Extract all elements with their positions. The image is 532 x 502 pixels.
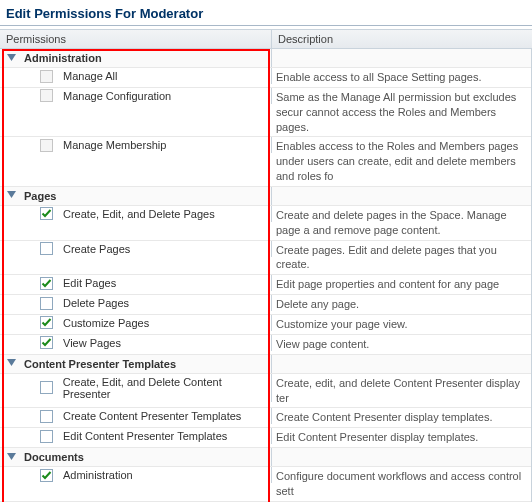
checkbox-manage-membership <box>40 139 53 152</box>
category-desc <box>272 49 531 53</box>
permission-label: Edit Content Presenter Templates <box>59 428 231 444</box>
permission-label: Manage Membership <box>59 137 170 153</box>
checkbox-create-edit-and-delete-content-presenter[interactable] <box>40 381 53 394</box>
permission-label: Create, Edit, and Delete Pages <box>59 206 219 222</box>
permission-desc: Create Content Presenter display templat… <box>272 408 531 427</box>
permission-label: Create Pages <box>59 241 134 257</box>
expand-toggle-icon[interactable] <box>4 189 18 203</box>
category-row-administration: Administration <box>0 49 531 68</box>
checkbox-view-pages[interactable] <box>40 336 53 349</box>
permission-label: Manage All <box>59 68 121 84</box>
permission-row-customize-pages: Customize PagesCustomize your page view. <box>0 315 531 335</box>
header-description: Description <box>272 30 532 48</box>
permission-label: Manage Configuration <box>59 88 175 104</box>
svg-marker-0 <box>7 54 16 61</box>
permission-label: Customize Pages <box>59 315 153 331</box>
category-row-documents: Documents <box>0 448 531 467</box>
svg-marker-2 <box>7 359 16 366</box>
permission-row-manage-all: Manage AllEnable access to all Space Set… <box>0 68 531 88</box>
checkbox-manage-all <box>40 70 53 83</box>
checkbox-customize-pages[interactable] <box>40 316 53 329</box>
svg-marker-3 <box>7 453 16 460</box>
permission-row-view-pages: View PagesView page content. <box>0 335 531 355</box>
permission-desc: Create, edit, and delete Content Present… <box>272 374 531 408</box>
category-desc <box>272 187 531 191</box>
permission-desc: Create pages. Edit and delete pages that… <box>272 241 531 275</box>
permission-label: Edit Pages <box>59 275 120 291</box>
permission-row-manage-membership: Manage MembershipEnables access to the R… <box>0 137 531 187</box>
category-label: Pages <box>20 188 60 204</box>
divider <box>0 25 532 26</box>
permission-row-manage-configuration: Manage ConfigurationSame as the Manage A… <box>0 88 531 138</box>
permission-desc: Configure document workflows and access … <box>272 467 531 501</box>
permission-desc: Enable access to all Space Setting pages… <box>272 68 531 87</box>
permission-label: Create Content Presenter Templates <box>59 408 245 424</box>
permission-row-administration: AdministrationConfigure document workflo… <box>0 467 531 502</box>
category-row-content-presenter-templates: Content Presenter Templates <box>0 355 531 374</box>
category-desc <box>272 448 531 452</box>
expand-toggle-icon[interactable] <box>4 450 18 464</box>
checkbox-edit-content-presenter-templates[interactable] <box>40 430 53 443</box>
table-header: Permissions Description <box>0 29 532 49</box>
checkbox-create-pages[interactable] <box>40 242 53 255</box>
permission-row-create-edit-and-delete-pages: Create, Edit, and Delete PagesCreate and… <box>0 206 531 241</box>
expand-toggle-icon[interactable] <box>4 357 18 371</box>
checkbox-manage-configuration <box>40 89 53 102</box>
permission-row-delete-pages: Delete PagesDelete any page. <box>0 295 531 315</box>
permission-row-edit-content-presenter-templates: Edit Content Presenter TemplatesEdit Con… <box>0 428 531 448</box>
permission-label: View Pages <box>59 335 125 351</box>
checkbox-create-content-presenter-templates[interactable] <box>40 410 53 423</box>
permission-desc: Create and delete pages in the Space. Ma… <box>272 206 531 240</box>
page-title: Edit Permissions For Moderator <box>0 0 532 23</box>
checkbox-delete-pages[interactable] <box>40 297 53 310</box>
header-permissions: Permissions <box>0 30 272 48</box>
permission-label: Delete Pages <box>59 295 133 311</box>
permission-label: Administration <box>59 467 137 483</box>
permission-desc: Edit Content Presenter display templates… <box>272 428 531 447</box>
permission-desc: Delete any page. <box>272 295 531 314</box>
category-label: Content Presenter Templates <box>20 356 180 372</box>
checkbox-administration[interactable] <box>40 469 53 482</box>
expand-toggle-icon[interactable] <box>4 51 18 65</box>
permission-label: Create, Edit, and Delete Content Present… <box>59 374 271 402</box>
permission-desc: Customize your page view. <box>272 315 531 334</box>
category-desc <box>272 355 531 359</box>
permission-row-create-content-presenter-templates: Create Content Presenter TemplatesCreate… <box>0 408 531 428</box>
svg-marker-1 <box>7 191 16 198</box>
category-row-pages: Pages <box>0 187 531 206</box>
permission-desc: View page content. <box>272 335 531 354</box>
permission-row-create-edit-and-delete-content-presenter: Create, Edit, and Delete Content Present… <box>0 374 531 409</box>
permission-row-create-pages: Create PagesCreate pages. Edit and delet… <box>0 241 531 276</box>
checkbox-edit-pages[interactable] <box>40 277 53 290</box>
checkbox-create-edit-and-delete-pages[interactable] <box>40 207 53 220</box>
permission-desc: Same as the Manage All permission but ex… <box>272 88 531 137</box>
permission-desc: Enables access to the Roles and Members … <box>272 137 531 186</box>
permissions-grid: AdministrationManage AllEnable access to… <box>0 49 532 502</box>
permission-row-edit-pages: Edit PagesEdit page properties and conte… <box>0 275 531 295</box>
category-label: Administration <box>20 50 106 66</box>
permission-desc: Edit page properties and content for any… <box>272 275 531 294</box>
category-label: Documents <box>20 449 88 465</box>
